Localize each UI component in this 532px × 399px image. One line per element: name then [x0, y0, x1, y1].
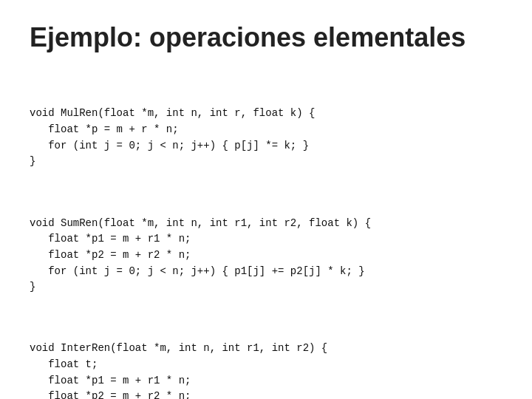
slide: Ejemplo: operaciones elementales void Mu… — [0, 0, 532, 399]
code-line: void MulRen(float *m, int n, int r, floa… — [30, 107, 315, 167]
code-line: void SumRen(float *m, int n, int r1, int… — [30, 217, 371, 293]
code-section-2: void SumRen(float *m, int n, int r1, int… — [30, 216, 502, 296]
code-section-3: void InterRen(float *m, int n, int r1, i… — [30, 341, 502, 399]
code-section-1: void MulRen(float *m, int n, int r, floa… — [30, 106, 502, 170]
code-line: void InterRen(float *m, int n, int r1, i… — [30, 342, 327, 399]
code-block: void MulRen(float *m, int n, int r, floa… — [30, 74, 502, 399]
slide-title: Ejemplo: operaciones elementales — [30, 22, 502, 53]
